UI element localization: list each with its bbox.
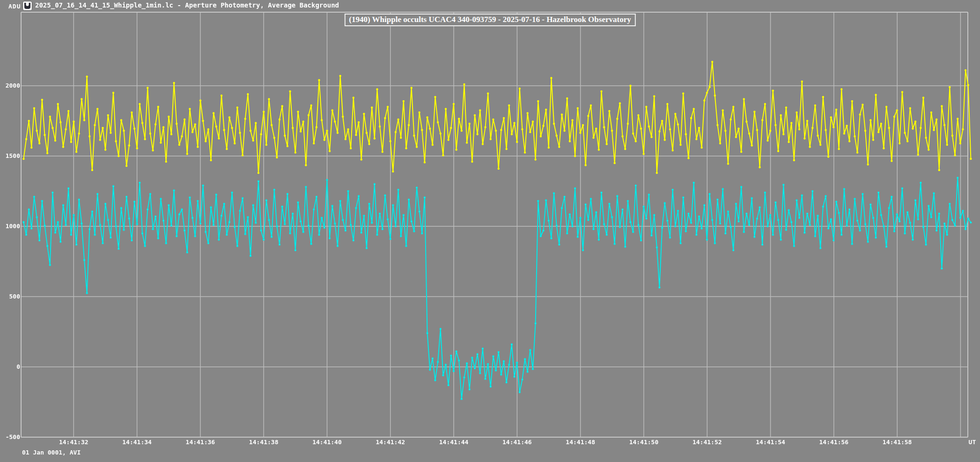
y-tick-label: 0 bbox=[0, 363, 20, 370]
x-tick-label: 14:41:48 bbox=[566, 439, 595, 446]
y-axis-unit-label: ADU bbox=[8, 3, 21, 10]
x-tick-label: 14:41:38 bbox=[249, 439, 279, 446]
x-tick-label: 14:41:54 bbox=[756, 439, 785, 446]
x-tick-label: 14:41:50 bbox=[629, 439, 659, 446]
y-tick-label: 1000 bbox=[0, 223, 20, 230]
lightcurve-plot bbox=[0, 0, 980, 462]
y-tick-label: 500 bbox=[0, 293, 20, 300]
x-tick-label: 14:41:40 bbox=[312, 439, 342, 446]
x-tick-label: 14:41:34 bbox=[122, 439, 152, 446]
chart-title-box: (1940) Whipple occults UCAC4 340-093759 … bbox=[344, 14, 635, 26]
x-tick-label: 14:41:56 bbox=[819, 439, 849, 446]
x-tick-label: 14:41:42 bbox=[376, 439, 405, 446]
app-icon bbox=[22, 1, 32, 11]
y-tick-label: 2000 bbox=[0, 82, 20, 89]
x-tick-label: 14:41:52 bbox=[693, 439, 722, 446]
x-tick-label: 14:41:46 bbox=[502, 439, 532, 446]
x-tick-label: 14:41:32 bbox=[59, 439, 88, 446]
x-axis-unit-label: UT bbox=[969, 439, 976, 446]
x-tick-label: 14:41:58 bbox=[883, 439, 912, 446]
lightcurve-window: ADU 2025_07_16_14_41_15_Whipple_1min.lc … bbox=[0, 0, 980, 462]
x-tick-label: 14:41:36 bbox=[186, 439, 215, 446]
y-tick-label: 1500 bbox=[0, 152, 20, 159]
y-tick-label: -500 bbox=[0, 433, 20, 440]
x-tick-label: 14:41:44 bbox=[439, 439, 469, 446]
titlebar-filename: 2025_07_16_14_41_15_Whipple_1min.lc - Ap… bbox=[35, 1, 339, 9]
footer-date-format-label: 01 Jan 0001, AVI bbox=[22, 449, 81, 456]
